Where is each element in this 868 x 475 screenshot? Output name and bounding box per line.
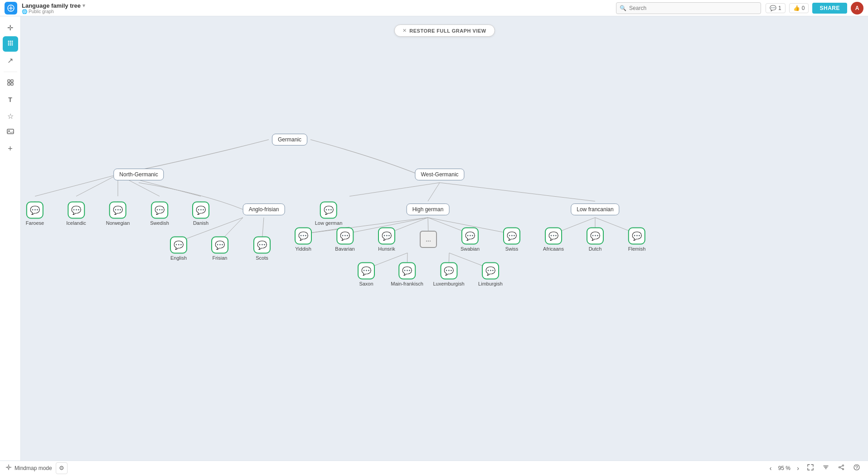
filter-button[interactable] (820, 462, 832, 474)
node-africaans[interactable]: 💬 Africaans (543, 228, 564, 252)
node-icelandic-icon[interactable]: 💬 (68, 202, 85, 219)
node-ellipsis-icon[interactable]: ... (420, 231, 437, 248)
svg-point-8 (10, 44, 11, 46)
title-text: Language family tree (22, 2, 81, 9)
node-danish-label: Danish (193, 220, 209, 226)
node-saxon[interactable]: 💬 Saxon (358, 262, 375, 286)
node-danish[interactable]: 💬 Danish (192, 202, 209, 226)
node-swabian[interactable]: 💬 Swabian (461, 228, 480, 252)
zoom-next-button[interactable]: › (795, 464, 801, 473)
node-high-german-box[interactable]: High german (407, 204, 450, 215)
avatar[interactable]: A (851, 2, 863, 15)
svg-point-1 (8, 41, 9, 42)
title-dropdown-icon[interactable]: ▾ (82, 3, 85, 9)
node-low-german-icon[interactable]: 💬 (320, 202, 337, 219)
like-button[interactable]: 👍 0 (789, 3, 809, 13)
comment-button[interactable]: 💬 1 (766, 3, 786, 13)
svg-point-5 (10, 43, 11, 44)
node-luxemburgish-icon[interactable]: 💬 (440, 262, 457, 280)
node-germanic[interactable]: Germanic (272, 134, 307, 145)
node-danish-icon[interactable]: 💬 (192, 202, 209, 219)
node-saxon-icon[interactable]: 💬 (358, 262, 375, 280)
node-low-francanian-box[interactable]: Low francanian (571, 204, 619, 215)
mindmap-mode-button[interactable]: Mindmap mode (5, 464, 52, 472)
sidebar-text-tool[interactable]: T (3, 92, 18, 107)
sidebar-add-tool[interactable]: + (3, 141, 18, 156)
app-title[interactable]: Language family tree ▾ (22, 2, 85, 9)
node-germanic-box[interactable]: Germanic (272, 134, 307, 145)
node-hunsrik-icon[interactable]: 💬 (378, 228, 395, 245)
node-limburgish[interactable]: 💬 Limburgish (478, 262, 503, 286)
node-swiss[interactable]: 💬 Swiss (503, 228, 520, 252)
node-yiddish[interactable]: 💬 Yiddish (295, 228, 312, 252)
svg-rect-14 (7, 129, 14, 134)
node-west-germanic-label: West-Germanic (421, 171, 458, 178)
node-anglo-frisian-box[interactable]: Anglo-frisian (243, 204, 285, 215)
node-main-frankisch-icon[interactable]: 💬 (398, 262, 416, 280)
node-low-francanian[interactable]: Low francanian (571, 204, 619, 215)
select-icon (7, 39, 14, 48)
node-faroese[interactable]: 💬 Faroese (26, 202, 44, 226)
node-bavarian[interactable]: 💬 Bavarian (335, 228, 354, 252)
node-ellipsis[interactable]: ... (420, 231, 437, 248)
search-input[interactable] (616, 2, 761, 14)
node-swedish-icon[interactable]: 💬 (151, 202, 168, 219)
node-flemish[interactable]: 💬 Flemish (628, 228, 646, 252)
node-yiddish-icon[interactable]: 💬 (295, 228, 312, 245)
node-main-frankisch[interactable]: 💬 Main-frankisch (391, 262, 423, 286)
node-north-germanic[interactable]: North-Germanic (113, 169, 164, 180)
sidebar-star-tool[interactable]: ☆ (3, 108, 18, 124)
node-english-icon[interactable]: 💬 (170, 237, 187, 254)
node-anglo-frisian[interactable]: Anglo-frisian (243, 204, 285, 215)
node-dutch-icon[interactable]: 💬 (587, 228, 604, 245)
node-flemish-icon[interactable]: 💬 (628, 228, 645, 245)
share-label: SHARE (820, 5, 840, 11)
node-limburgish-icon[interactable]: 💬 (482, 262, 499, 280)
sidebar-select-tool[interactable] (3, 36, 18, 52)
node-swiss-icon[interactable]: 💬 (503, 228, 520, 245)
share-button[interactable]: SHARE (812, 3, 847, 14)
settings-button[interactable]: ⚙ (56, 462, 68, 474)
node-swiss-label: Swiss (505, 246, 519, 252)
sidebar-pointer-tool[interactable]: ↗ (3, 53, 18, 68)
node-norwegian[interactable]: 💬 Norwegian (106, 202, 130, 226)
node-north-germanic-box[interactable]: North-Germanic (113, 169, 164, 180)
zoom-next-icon: › (797, 465, 799, 472)
fullscreen-button[interactable] (805, 462, 816, 474)
restore-full-view-button[interactable]: ✕ RESTORE FULL GRAPH VIEW (394, 24, 495, 37)
node-norwegian-label: Norwegian (106, 220, 130, 226)
node-flemish-label: Flemish (628, 246, 646, 252)
node-west-germanic[interactable]: West-Germanic (415, 169, 464, 180)
sidebar-images-tool[interactable] (3, 125, 18, 140)
node-luxemburgish[interactable]: 💬 Luxemburgish (433, 262, 464, 286)
zoom-prev-button[interactable]: ‹ (768, 464, 774, 473)
sidebar-move-tool[interactable]: ✛ (3, 20, 18, 35)
help-button[interactable] (851, 462, 863, 474)
node-scots-icon[interactable]: 💬 (253, 237, 271, 254)
node-west-germanic-box[interactable]: West-Germanic (415, 169, 464, 180)
node-faroese-label: Faroese (26, 220, 44, 226)
share-settings-button[interactable] (835, 462, 847, 474)
node-dutch[interactable]: 💬 Dutch (587, 228, 604, 252)
settings-icon: ⚙ (59, 465, 64, 471)
node-frisian[interactable]: 💬 Frisian (211, 237, 228, 261)
node-norwegian-icon[interactable]: 💬 (109, 202, 126, 219)
node-scots[interactable]: 💬 Scots (253, 237, 271, 261)
pointer-icon: ↗ (7, 56, 13, 65)
svg-point-44 (839, 467, 840, 468)
node-dutch-label: Dutch (589, 246, 602, 252)
node-low-german[interactable]: 💬 Low german (315, 202, 343, 226)
node-bavarian-icon[interactable]: 💬 (336, 228, 354, 245)
node-frisian-icon[interactable]: 💬 (211, 237, 228, 254)
sidebar-shapes-tool[interactable] (3, 76, 18, 91)
node-hunsrik[interactable]: 💬 Hunsrik (378, 228, 395, 252)
node-faroese-icon[interactable]: 💬 (26, 202, 44, 219)
node-swabian-icon[interactable]: 💬 (461, 228, 479, 245)
node-swedish[interactable]: 💬 Swedish (150, 202, 169, 226)
node-africaans-icon[interactable]: 💬 (545, 228, 562, 245)
node-english[interactable]: 💬 English (170, 237, 187, 261)
node-hunsrik-label: Hunsrik (378, 246, 395, 252)
svg-rect-10 (8, 80, 10, 82)
node-icelandic[interactable]: 💬 Icelandic (66, 202, 86, 226)
node-high-german[interactable]: High german (407, 204, 450, 215)
